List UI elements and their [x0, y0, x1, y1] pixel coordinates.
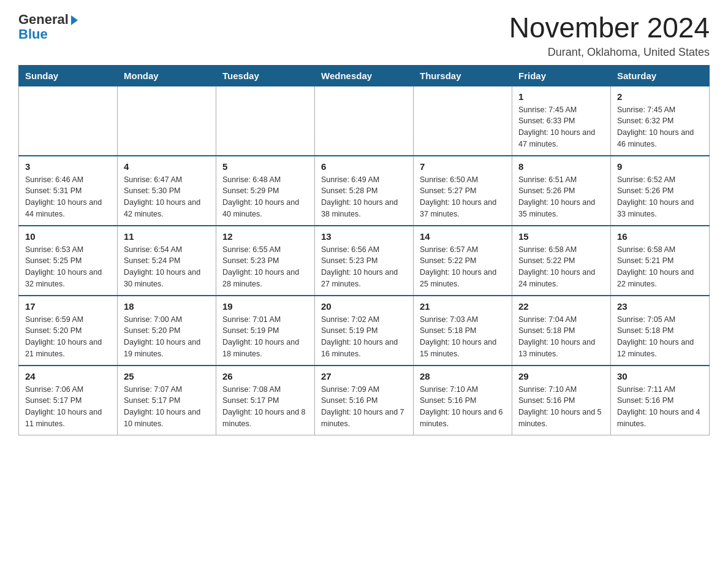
- calendar-cell: 20Sunrise: 7:02 AMSunset: 5:19 PMDayligh…: [315, 296, 414, 366]
- day-info: Sunrise: 7:10 AMSunset: 5:16 PMDaylight:…: [420, 384, 506, 430]
- calendar-cell: 27Sunrise: 7:09 AMSunset: 5:16 PMDayligh…: [315, 366, 414, 435]
- day-info: Sunrise: 7:45 AMSunset: 6:33 PMDaylight:…: [518, 104, 604, 150]
- day-info: Sunrise: 6:59 AMSunset: 5:20 PMDaylight:…: [25, 314, 111, 360]
- calendar-day-header: Friday: [512, 65, 611, 86]
- calendar-header-row: SundayMondayTuesdayWednesdayThursdayFrid…: [19, 65, 710, 86]
- calendar-cell: 19Sunrise: 7:01 AMSunset: 5:19 PMDayligh…: [216, 296, 315, 366]
- calendar-day-header: Sunday: [19, 65, 118, 86]
- calendar-cell: 13Sunrise: 6:56 AMSunset: 5:23 PMDayligh…: [315, 226, 414, 296]
- calendar-cell: [118, 86, 216, 156]
- day-info: Sunrise: 7:05 AMSunset: 5:18 PMDaylight:…: [617, 314, 703, 360]
- calendar-week-row: 24Sunrise: 7:06 AMSunset: 5:17 PMDayligh…: [19, 366, 710, 435]
- day-info: Sunrise: 7:45 AMSunset: 6:32 PMDaylight:…: [617, 104, 703, 150]
- calendar-cell: 10Sunrise: 6:53 AMSunset: 5:25 PMDayligh…: [19, 226, 118, 296]
- day-number: 13: [321, 231, 407, 242]
- calendar-day-header: Saturday: [611, 65, 710, 86]
- day-info: Sunrise: 7:08 AMSunset: 5:17 PMDaylight:…: [222, 384, 308, 430]
- calendar-cell: 11Sunrise: 6:54 AMSunset: 5:24 PMDayligh…: [118, 226, 216, 296]
- calendar-cell: 5Sunrise: 6:48 AMSunset: 5:29 PMDaylight…: [216, 156, 315, 226]
- calendar-cell: 14Sunrise: 6:57 AMSunset: 5:22 PMDayligh…: [414, 226, 512, 296]
- calendar-cell: 15Sunrise: 6:58 AMSunset: 5:22 PMDayligh…: [512, 226, 611, 296]
- day-number: 14: [420, 231, 506, 242]
- logo-blue-text: Blue: [18, 26, 48, 42]
- title-block: November 2024 Durant, Oklahoma, United S…: [509, 12, 710, 59]
- day-number: 5: [222, 161, 308, 172]
- day-number: 16: [617, 231, 703, 242]
- day-number: 11: [124, 231, 210, 242]
- day-info: Sunrise: 6:58 AMSunset: 5:22 PMDaylight:…: [518, 244, 604, 290]
- calendar-week-row: 10Sunrise: 6:53 AMSunset: 5:25 PMDayligh…: [19, 226, 710, 296]
- day-number: 6: [321, 161, 407, 172]
- day-number: 19: [222, 301, 308, 312]
- day-info: Sunrise: 7:00 AMSunset: 5:20 PMDaylight:…: [124, 314, 210, 360]
- calendar-cell: 28Sunrise: 7:10 AMSunset: 5:16 PMDayligh…: [414, 366, 512, 435]
- day-info: Sunrise: 6:57 AMSunset: 5:22 PMDaylight:…: [420, 244, 506, 290]
- calendar-cell: 17Sunrise: 6:59 AMSunset: 5:20 PMDayligh…: [19, 296, 118, 366]
- day-info: Sunrise: 7:02 AMSunset: 5:19 PMDaylight:…: [321, 314, 407, 360]
- day-info: Sunrise: 6:53 AMSunset: 5:25 PMDaylight:…: [25, 244, 111, 290]
- day-info: Sunrise: 7:03 AMSunset: 5:18 PMDaylight:…: [420, 314, 506, 360]
- day-number: 28: [420, 371, 506, 381]
- calendar-cell: [19, 86, 118, 156]
- day-number: 23: [617, 301, 703, 312]
- day-number: 18: [124, 301, 210, 312]
- calendar-cell: 3Sunrise: 6:46 AMSunset: 5:31 PMDaylight…: [19, 156, 118, 226]
- calendar-cell: 6Sunrise: 6:49 AMSunset: 5:28 PMDaylight…: [315, 156, 414, 226]
- calendar-cell: 1Sunrise: 7:45 AMSunset: 6:33 PMDaylight…: [512, 86, 611, 156]
- calendar-cell: 22Sunrise: 7:04 AMSunset: 5:18 PMDayligh…: [512, 296, 611, 366]
- calendar-week-row: 3Sunrise: 6:46 AMSunset: 5:31 PMDaylight…: [19, 156, 710, 226]
- day-info: Sunrise: 7:04 AMSunset: 5:18 PMDaylight:…: [518, 314, 604, 360]
- calendar-day-header: Tuesday: [216, 65, 315, 86]
- day-info: Sunrise: 7:11 AMSunset: 5:16 PMDaylight:…: [617, 384, 703, 430]
- location-subtitle: Durant, Oklahoma, United States: [509, 46, 710, 59]
- day-number: 4: [124, 161, 210, 172]
- day-number: 7: [420, 161, 506, 172]
- calendar-day-header: Thursday: [414, 65, 512, 86]
- day-number: 21: [420, 301, 506, 312]
- day-info: Sunrise: 6:46 AMSunset: 5:31 PMDaylight:…: [25, 174, 111, 220]
- day-info: Sunrise: 6:58 AMSunset: 5:21 PMDaylight:…: [617, 244, 703, 290]
- day-number: 17: [25, 301, 111, 312]
- calendar-cell: [414, 86, 512, 156]
- day-number: 26: [222, 371, 308, 381]
- day-number: 29: [518, 371, 604, 381]
- calendar-cell: 29Sunrise: 7:10 AMSunset: 5:16 PMDayligh…: [512, 366, 611, 435]
- calendar-week-row: 17Sunrise: 6:59 AMSunset: 5:20 PMDayligh…: [19, 296, 710, 366]
- calendar-cell: 30Sunrise: 7:11 AMSunset: 5:16 PMDayligh…: [611, 366, 710, 435]
- day-number: 12: [222, 231, 308, 242]
- month-year-title: November 2024: [509, 12, 710, 44]
- calendar-week-row: 1Sunrise: 7:45 AMSunset: 6:33 PMDaylight…: [19, 86, 710, 156]
- logo-general-text: General: [18, 12, 69, 27]
- logo: General Blue: [18, 12, 78, 42]
- day-number: 27: [321, 371, 407, 381]
- day-number: 20: [321, 301, 407, 312]
- calendar-cell: 16Sunrise: 6:58 AMSunset: 5:21 PMDayligh…: [611, 226, 710, 296]
- calendar-cell: 25Sunrise: 7:07 AMSunset: 5:17 PMDayligh…: [118, 366, 216, 435]
- day-number: 25: [124, 371, 210, 381]
- day-number: 10: [25, 231, 111, 242]
- day-info: Sunrise: 6:50 AMSunset: 5:27 PMDaylight:…: [420, 174, 506, 220]
- day-number: 1: [518, 91, 604, 102]
- calendar-cell: [216, 86, 315, 156]
- day-number: 8: [518, 161, 604, 172]
- day-number: 3: [25, 161, 111, 172]
- day-info: Sunrise: 7:01 AMSunset: 5:19 PMDaylight:…: [222, 314, 308, 360]
- calendar-cell: 21Sunrise: 7:03 AMSunset: 5:18 PMDayligh…: [414, 296, 512, 366]
- day-number: 22: [518, 301, 604, 312]
- day-info: Sunrise: 7:10 AMSunset: 5:16 PMDaylight:…: [518, 384, 604, 430]
- calendar-cell: 4Sunrise: 6:47 AMSunset: 5:30 PMDaylight…: [118, 156, 216, 226]
- calendar-cell: 18Sunrise: 7:00 AMSunset: 5:20 PMDayligh…: [118, 296, 216, 366]
- day-info: Sunrise: 6:55 AMSunset: 5:23 PMDaylight:…: [222, 244, 308, 290]
- day-number: 15: [518, 231, 604, 242]
- day-info: Sunrise: 6:56 AMSunset: 5:23 PMDaylight:…: [321, 244, 407, 290]
- day-number: 2: [617, 91, 703, 102]
- calendar-cell: 26Sunrise: 7:08 AMSunset: 5:17 PMDayligh…: [216, 366, 315, 435]
- day-info: Sunrise: 6:47 AMSunset: 5:30 PMDaylight:…: [124, 174, 210, 220]
- calendar-cell: 24Sunrise: 7:06 AMSunset: 5:17 PMDayligh…: [19, 366, 118, 435]
- day-info: Sunrise: 7:07 AMSunset: 5:17 PMDaylight:…: [124, 384, 210, 430]
- calendar-day-header: Monday: [118, 65, 216, 86]
- logo-triangle-icon: [71, 15, 78, 25]
- day-info: Sunrise: 6:51 AMSunset: 5:26 PMDaylight:…: [518, 174, 604, 220]
- day-number: 9: [617, 161, 703, 172]
- calendar-day-header: Wednesday: [315, 65, 414, 86]
